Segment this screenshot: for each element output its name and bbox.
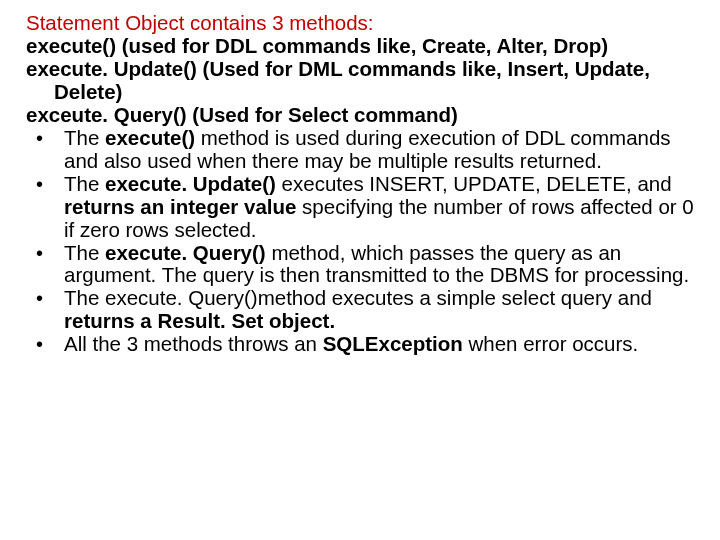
bullet-bold: returns a Result. Set object. [64,309,335,332]
slide-content: Statement Object contains 3 methods: exe… [0,0,720,540]
bullet-list: The execute() method is used during exec… [20,127,700,357]
bullet-text: The [64,241,105,264]
bullet-text: All the 3 methods throws an [64,332,323,355]
bullet-bold: execute. Update() [105,172,282,195]
bullet-bold: returns an integer value [64,195,302,218]
bullet-bold: execute. Query() [105,241,266,264]
intro-executeupdate-cont: Delete) [26,81,700,104]
bullet-bold: SQLException [323,332,469,355]
bullet-text: The [64,172,105,195]
bullet-text: executes INSERT, UPDATE, DELETE, and [282,172,672,195]
intro-execute: execute() (used for DDL commands like, C… [26,35,700,58]
slide-title: Statement Object contains 3 methods: [26,11,374,34]
bullet-item-3: The execute. Query() method, which passe… [20,242,700,288]
bullet-bold: execute() [105,126,195,149]
intro-block: Statement Object contains 3 methods: exe… [20,12,700,127]
bullet-item-2: The execute. Update() executes INSERT, U… [20,173,700,242]
bullet-text: The [64,126,105,149]
intro-executequery: exceute. Query() (Used for Select comman… [26,104,700,127]
bullet-item-1: The execute() method is used during exec… [20,127,700,173]
intro-executeupdate: execute. Update() (Used for DML commands… [26,58,700,81]
bullet-text: when error occurs. [468,332,638,355]
bullet-item-5: All the 3 methods throws an SQLException… [20,333,700,356]
bullet-item-4: The execute. Query()method executes a si… [20,287,700,333]
bullet-text: The execute. Query()method executes a si… [64,286,652,309]
